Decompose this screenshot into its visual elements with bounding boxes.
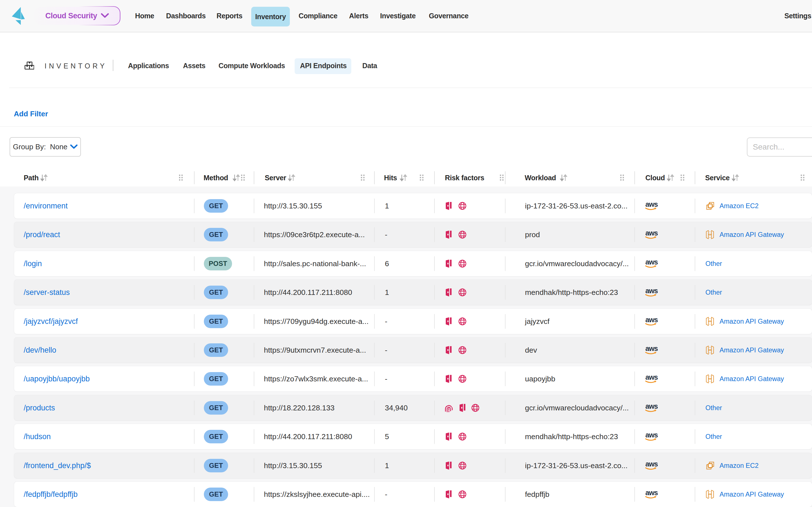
svg-text:aws: aws <box>645 344 658 352</box>
svg-text:aws: aws <box>645 200 658 208</box>
svg-text:aws: aws <box>645 489 658 497</box>
svg-text:aws: aws <box>645 373 658 381</box>
svg-text:aws: aws <box>645 316 658 324</box>
svg-text:aws: aws <box>645 431 658 439</box>
svg-text:aws: aws <box>645 287 658 295</box>
svg-text:aws: aws <box>645 229 658 237</box>
svg-text:aws: aws <box>645 402 658 410</box>
svg-text:aws: aws <box>645 460 658 468</box>
svg-text:aws: aws <box>645 258 658 266</box>
